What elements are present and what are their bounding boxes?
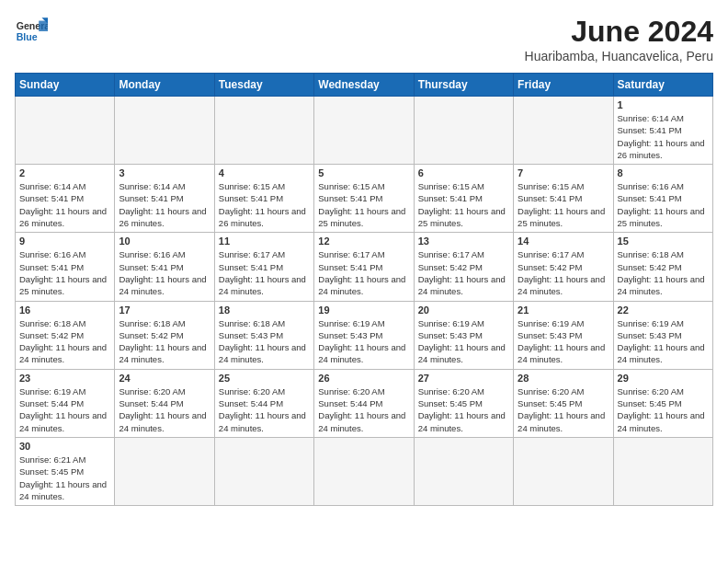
- weekday-header-friday: Friday: [514, 74, 613, 97]
- day-info: Sunrise: 6:17 AM Sunset: 5:41 PM Dayligh…: [219, 248, 310, 297]
- day-number: 17: [119, 304, 210, 316]
- calendar-day-cell: 29Sunrise: 6:20 AM Sunset: 5:45 PM Dayli…: [613, 369, 712, 437]
- day-number: 10: [119, 236, 210, 247]
- calendar-day-cell: 15Sunrise: 6:18 AM Sunset: 5:42 PM Dayli…: [613, 233, 712, 301]
- calendar-day-cell: 4Sunrise: 6:15 AM Sunset: 5:41 PM Daylig…: [214, 165, 313, 233]
- page-header: General Blue June 2024 Huaribamba, Huanc…: [15, 15, 713, 63]
- calendar-day-cell: 8Sunrise: 6:16 AM Sunset: 5:41 PM Daylig…: [613, 165, 712, 233]
- day-number: 7: [518, 167, 609, 178]
- day-number: 12: [318, 236, 409, 247]
- day-number: 23: [19, 373, 110, 384]
- day-info: Sunrise: 6:16 AM Sunset: 5:41 PM Dayligh…: [618, 180, 709, 229]
- day-info: Sunrise: 6:20 AM Sunset: 5:45 PM Dayligh…: [418, 385, 509, 434]
- day-number: 30: [19, 441, 110, 452]
- day-info: Sunrise: 6:19 AM Sunset: 5:43 PM Dayligh…: [518, 317, 609, 366]
- day-info: Sunrise: 6:19 AM Sunset: 5:44 PM Dayligh…: [19, 385, 110, 434]
- day-info: Sunrise: 6:19 AM Sunset: 5:43 PM Dayligh…: [318, 317, 409, 366]
- day-info: Sunrise: 6:14 AM Sunset: 5:41 PM Dayligh…: [119, 180, 210, 229]
- day-number: 28: [518, 373, 609, 384]
- day-number: 5: [318, 167, 409, 178]
- calendar-day-cell: 24Sunrise: 6:20 AM Sunset: 5:44 PM Dayli…: [115, 369, 214, 437]
- calendar-day-cell: [214, 437, 313, 505]
- calendar-day-cell: 17Sunrise: 6:18 AM Sunset: 5:42 PM Dayli…: [115, 301, 214, 369]
- day-info: Sunrise: 6:15 AM Sunset: 5:41 PM Dayligh…: [219, 180, 310, 229]
- calendar-day-cell: [314, 437, 414, 505]
- calendar-day-cell: 22Sunrise: 6:19 AM Sunset: 5:43 PM Dayli…: [613, 301, 712, 369]
- calendar-day-cell: 13Sunrise: 6:17 AM Sunset: 5:42 PM Dayli…: [414, 233, 513, 301]
- day-number: 14: [518, 236, 609, 247]
- day-info: Sunrise: 6:21 AM Sunset: 5:45 PM Dayligh…: [19, 454, 110, 502]
- calendar-day-cell: 27Sunrise: 6:20 AM Sunset: 5:45 PM Dayli…: [414, 369, 513, 437]
- generalblue-logo-icon: General Blue: [15, 15, 48, 48]
- day-number: 22: [618, 304, 709, 316]
- calendar-day-cell: 26Sunrise: 6:20 AM Sunset: 5:44 PM Dayli…: [314, 369, 414, 437]
- calendar-day-cell: 21Sunrise: 6:19 AM Sunset: 5:43 PM Dayli…: [514, 301, 613, 369]
- day-number: 11: [219, 236, 310, 247]
- calendar-day-cell: 12Sunrise: 6:17 AM Sunset: 5:41 PM Dayli…: [314, 233, 414, 301]
- svg-text:Blue: Blue: [17, 31, 38, 42]
- day-info: Sunrise: 6:15 AM Sunset: 5:41 PM Dayligh…: [418, 180, 509, 229]
- calendar-table: SundayMondayTuesdayWednesdayThursdayFrid…: [15, 73, 713, 506]
- day-info: Sunrise: 6:15 AM Sunset: 5:41 PM Dayligh…: [318, 180, 409, 229]
- calendar-day-cell: [115, 97, 214, 165]
- calendar-day-cell: 7Sunrise: 6:15 AM Sunset: 5:41 PM Daylig…: [514, 165, 613, 233]
- day-number: 21: [518, 304, 609, 316]
- weekday-header-thursday: Thursday: [414, 74, 513, 97]
- title-block: June 2024 Huaribamba, Huancavelica, Peru: [525, 15, 713, 63]
- calendar-week-row: 16Sunrise: 6:18 AM Sunset: 5:42 PM Dayli…: [16, 301, 713, 369]
- weekday-header-sunday: Sunday: [16, 74, 115, 97]
- calendar-day-cell: 18Sunrise: 6:18 AM Sunset: 5:43 PM Dayli…: [214, 301, 313, 369]
- weekday-header-tuesday: Tuesday: [214, 74, 313, 97]
- calendar-day-cell: [214, 97, 313, 165]
- calendar-week-row: 1Sunrise: 6:14 AM Sunset: 5:41 PM Daylig…: [16, 97, 713, 165]
- location-subtitle: Huaribamba, Huancavelica, Peru: [525, 49, 713, 63]
- day-info: Sunrise: 6:18 AM Sunset: 5:43 PM Dayligh…: [219, 317, 310, 366]
- calendar-day-cell: 3Sunrise: 6:14 AM Sunset: 5:41 PM Daylig…: [115, 165, 214, 233]
- month-year-title: June 2024: [525, 15, 713, 49]
- calendar-week-row: 9Sunrise: 6:16 AM Sunset: 5:41 PM Daylig…: [16, 233, 713, 301]
- day-number: 1: [618, 99, 709, 110]
- weekday-header-wednesday: Wednesday: [314, 74, 414, 97]
- calendar-day-cell: 10Sunrise: 6:16 AM Sunset: 5:41 PM Dayli…: [115, 233, 214, 301]
- calendar-day-cell: 25Sunrise: 6:20 AM Sunset: 5:44 PM Dayli…: [214, 369, 313, 437]
- day-info: Sunrise: 6:20 AM Sunset: 5:44 PM Dayligh…: [219, 385, 310, 434]
- calendar-day-cell: 11Sunrise: 6:17 AM Sunset: 5:41 PM Dayli…: [214, 233, 313, 301]
- calendar-day-cell: [115, 437, 214, 505]
- day-number: 20: [418, 304, 509, 316]
- calendar-day-cell: 28Sunrise: 6:20 AM Sunset: 5:45 PM Dayli…: [514, 369, 613, 437]
- calendar-day-cell: 5Sunrise: 6:15 AM Sunset: 5:41 PM Daylig…: [314, 165, 414, 233]
- day-info: Sunrise: 6:19 AM Sunset: 5:43 PM Dayligh…: [418, 317, 509, 366]
- calendar-day-cell: 9Sunrise: 6:16 AM Sunset: 5:41 PM Daylig…: [16, 233, 115, 301]
- day-info: Sunrise: 6:19 AM Sunset: 5:43 PM Dayligh…: [618, 317, 709, 366]
- day-info: Sunrise: 6:17 AM Sunset: 5:42 PM Dayligh…: [518, 248, 609, 297]
- calendar-day-cell: [414, 437, 513, 505]
- calendar-day-cell: 20Sunrise: 6:19 AM Sunset: 5:43 PM Dayli…: [414, 301, 513, 369]
- day-info: Sunrise: 6:17 AM Sunset: 5:41 PM Dayligh…: [318, 248, 409, 297]
- day-number: 2: [19, 167, 110, 178]
- logo: General Blue: [15, 15, 48, 48]
- calendar-day-cell: [514, 437, 613, 505]
- weekday-header-saturday: Saturday: [613, 74, 712, 97]
- day-number: 9: [19, 236, 110, 247]
- calendar-header: SundayMondayTuesdayWednesdayThursdayFrid…: [16, 74, 713, 97]
- weekday-header-monday: Monday: [115, 74, 214, 97]
- day-info: Sunrise: 6:15 AM Sunset: 5:41 PM Dayligh…: [518, 180, 609, 229]
- day-number: 18: [219, 304, 310, 316]
- day-number: 29: [618, 373, 709, 384]
- day-info: Sunrise: 6:14 AM Sunset: 5:41 PM Dayligh…: [618, 112, 709, 161]
- day-number: 4: [219, 167, 310, 178]
- day-info: Sunrise: 6:16 AM Sunset: 5:41 PM Dayligh…: [119, 248, 210, 297]
- day-number: 24: [119, 373, 210, 384]
- day-info: Sunrise: 6:17 AM Sunset: 5:42 PM Dayligh…: [418, 248, 509, 297]
- calendar-body: 1Sunrise: 6:14 AM Sunset: 5:41 PM Daylig…: [16, 97, 713, 506]
- calendar-day-cell: [314, 97, 414, 165]
- day-number: 13: [418, 236, 509, 247]
- calendar-day-cell: [16, 97, 115, 165]
- day-info: Sunrise: 6:18 AM Sunset: 5:42 PM Dayligh…: [618, 248, 709, 297]
- day-info: Sunrise: 6:20 AM Sunset: 5:45 PM Dayligh…: [618, 385, 709, 434]
- day-info: Sunrise: 6:20 AM Sunset: 5:45 PM Dayligh…: [518, 385, 609, 434]
- day-number: 8: [618, 167, 709, 178]
- calendar-day-cell: [613, 437, 712, 505]
- day-info: Sunrise: 6:14 AM Sunset: 5:41 PM Dayligh…: [19, 180, 110, 229]
- day-number: 16: [19, 304, 110, 316]
